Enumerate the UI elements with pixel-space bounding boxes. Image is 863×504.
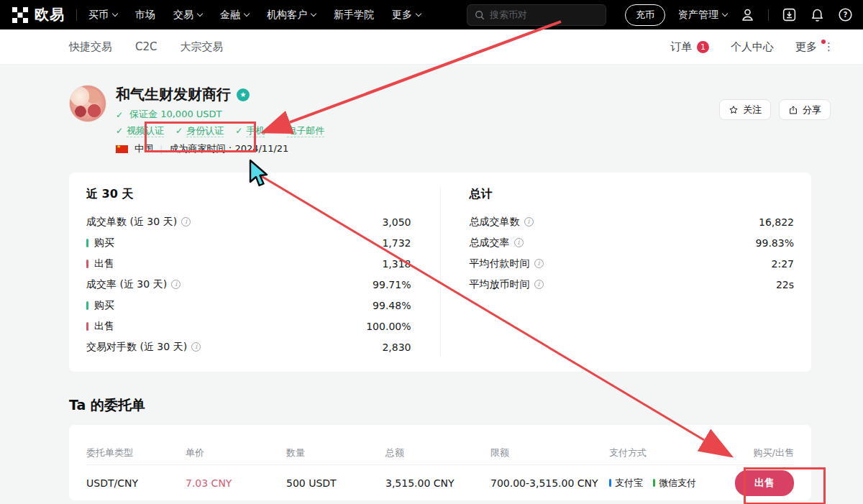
buy-bar-icon bbox=[86, 239, 88, 247]
nav-item-more[interactable]: 更多 bbox=[392, 9, 421, 22]
info-icon[interactable]: i bbox=[171, 280, 181, 289]
alipay-bar-icon bbox=[609, 479, 611, 487]
chevron-down-icon bbox=[722, 11, 728, 17]
svg-text:?: ? bbox=[844, 11, 848, 19]
info-icon[interactable]: i bbox=[524, 217, 534, 226]
nav-item-institutional[interactable]: 机构客户 bbox=[267, 9, 316, 22]
stat-row: 总成交单数i16,822 bbox=[470, 211, 795, 232]
order-table-row: USDT/CNY 7.03 CNY 500 USDT 3,515.00 CNY … bbox=[86, 465, 794, 500]
col-payment: 支付方式 bbox=[609, 446, 708, 459]
merchant-name: 和气生财发财商行 bbox=[116, 85, 231, 104]
profile-center-link[interactable]: 个人中心 bbox=[731, 40, 774, 54]
more-menu-link[interactable]: 更多 ⋮ bbox=[795, 40, 834, 54]
chevron-down-icon bbox=[244, 11, 250, 17]
top-navbar: 欧易 买币 市场 交易 金融 机构客户 新手学院 更多 充币 资产管理 ? bbox=[0, 0, 863, 29]
info-icon[interactable]: i bbox=[534, 259, 544, 268]
order-amount: 500 USDT bbox=[286, 477, 385, 489]
nav-item-finance[interactable]: 金融 bbox=[220, 9, 249, 22]
col-limit: 限额 bbox=[490, 446, 609, 459]
merchant-profile-section: 和气生财发财商行 ★ 保证金 10,000 USDT 视频认证 身份认证 手机 … bbox=[0, 65, 863, 173]
help-icon[interactable]: ? bbox=[838, 7, 853, 22]
orders-count-badge: 1 bbox=[697, 41, 709, 53]
chevron-down-icon bbox=[311, 11, 316, 17]
stat-row: 出售100.00% bbox=[86, 316, 411, 336]
stats-total-title: 总计 bbox=[470, 187, 795, 202]
stat-row: 成交率 (近 30 天)i99.71% bbox=[86, 274, 411, 295]
nav-item-markets[interactable]: 市场 bbox=[135, 9, 155, 22]
stat-row: 出售1,318 bbox=[86, 253, 411, 274]
payment-alipay: 支付宝 bbox=[609, 477, 643, 490]
orders-section-title: Ta 的委托单 bbox=[69, 396, 863, 415]
okx-logo-icon bbox=[12, 6, 29, 24]
info-icon[interactable]: i bbox=[191, 342, 201, 352]
tab-c2c[interactable]: C2C bbox=[135, 40, 157, 53]
share-button[interactable]: 分享 bbox=[779, 99, 831, 120]
follow-button[interactable]: 关注 bbox=[719, 99, 771, 120]
merchant-since-date: 成为商家时间：2024/11/21 bbox=[169, 142, 288, 155]
assets-menu[interactable]: 资产管理 bbox=[678, 9, 727, 22]
orders-link[interactable]: 订单 1 bbox=[670, 40, 709, 54]
notifications-bell-icon[interactable] bbox=[810, 7, 825, 22]
secondary-navbar: 快捷交易 C2C 大宗交易 订单 1 个人中心 更多 ⋮ bbox=[0, 29, 863, 65]
nav-item-trade[interactable]: 交易 bbox=[173, 9, 202, 22]
chevron-down-icon bbox=[197, 11, 203, 17]
download-app-icon[interactable] bbox=[782, 7, 797, 22]
check-icon bbox=[116, 109, 127, 120]
check-icon bbox=[175, 125, 186, 136]
tab-block-trade[interactable]: 大宗交易 bbox=[181, 40, 224, 54]
tab-express-trade[interactable]: 快捷交易 bbox=[69, 40, 112, 54]
stat-row: 成交单数 (近 30 天)i3,050 bbox=[86, 211, 411, 232]
merchant-country: 中国 bbox=[134, 142, 153, 155]
order-pair: USDT/CNY bbox=[86, 477, 186, 489]
star-icon bbox=[729, 105, 739, 115]
user-profile-icon[interactable] bbox=[740, 7, 755, 22]
okx-logo[interactable]: 欧易 bbox=[12, 5, 65, 24]
nav-item-buy-crypto[interactable]: 买币 bbox=[88, 9, 117, 22]
search-input[interactable] bbox=[490, 9, 590, 20]
sell-bar-icon bbox=[86, 260, 88, 268]
search-icon bbox=[475, 10, 485, 20]
sell-button[interactable]: 出售 bbox=[735, 470, 794, 496]
nav-item-academy[interactable]: 新手学院 bbox=[334, 9, 374, 22]
info-icon[interactable]: i bbox=[181, 217, 191, 226]
buy-bar-icon bbox=[86, 301, 88, 310]
wechat-bar-icon bbox=[653, 479, 655, 487]
stat-row: 平均放币时间i22s bbox=[470, 274, 795, 295]
notification-dot bbox=[821, 40, 826, 44]
col-order-type: 委托单类型 bbox=[86, 446, 186, 459]
deposit-button[interactable]: 充币 bbox=[625, 4, 665, 26]
divider bbox=[76, 9, 77, 21]
verified-badge-icon: ★ bbox=[237, 88, 250, 101]
stat-row: 平均付款时间i2:27 bbox=[470, 253, 795, 274]
verification-email[interactable]: 电子邮件 bbox=[276, 124, 324, 137]
verification-phone[interactable]: 手机 bbox=[235, 124, 265, 137]
check-icon bbox=[276, 125, 287, 136]
share-icon bbox=[788, 105, 798, 115]
col-buy-sell: 购买/出售 bbox=[708, 446, 794, 459]
verification-identity[interactable]: 身份认证 bbox=[175, 124, 224, 137]
col-price: 单价 bbox=[186, 446, 286, 459]
stat-row: 交易对手数 (近 30 天)i2,830 bbox=[86, 336, 411, 357]
order-total: 3,515.00 CNY bbox=[385, 477, 490, 489]
order-limit: 700.00-3,515.00 CNY bbox=[490, 477, 609, 489]
orders-table-card: 委托单类型 单价 数量 总额 限额 支付方式 购买/出售 USDT/CNY 7.… bbox=[69, 425, 811, 500]
check-icon bbox=[235, 125, 246, 136]
stat-row: 购买1,732 bbox=[86, 232, 411, 253]
check-icon bbox=[116, 125, 127, 136]
col-total: 总额 bbox=[385, 446, 490, 459]
merchant-deposit: 保证金 10,000 USDT bbox=[129, 108, 222, 121]
chevron-down-icon bbox=[416, 11, 421, 17]
stat-row: 总成交率i99.83% bbox=[470, 232, 795, 253]
stats-card: 近 30 天 成交单数 (近 30 天)i3,050 购买1,732 出售1,3… bbox=[69, 173, 811, 372]
china-flag-icon bbox=[116, 145, 128, 153]
search-box[interactable] bbox=[467, 4, 606, 26]
info-icon[interactable]: i bbox=[514, 238, 524, 247]
sell-bar-icon bbox=[86, 322, 88, 331]
col-amount: 数量 bbox=[286, 446, 385, 459]
stat-row: 购买99.48% bbox=[86, 295, 411, 316]
orders-table-header: 委托单类型 单价 数量 总额 限额 支付方式 购买/出售 bbox=[86, 425, 794, 465]
verification-video[interactable]: 视频认证 bbox=[116, 124, 164, 137]
divider bbox=[768, 9, 769, 21]
chevron-down-icon bbox=[112, 11, 118, 17]
info-icon[interactable]: i bbox=[534, 280, 544, 289]
